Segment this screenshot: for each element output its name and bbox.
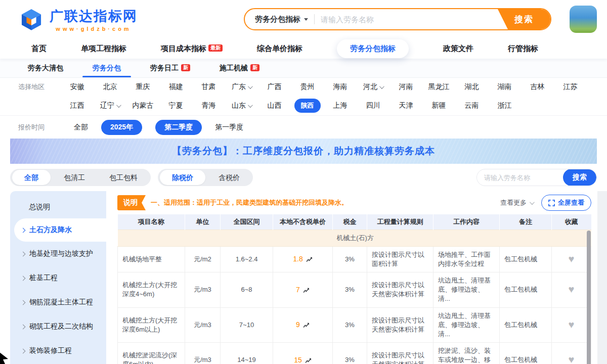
sidebar-item-earthwork-dewatering[interactable]: 土石方及降水	[14, 218, 106, 242]
nav-item-policy-files[interactable]: 政策文件	[443, 44, 473, 54]
price-value: 1.8	[293, 255, 302, 263]
region-beijing[interactable]: 北京	[94, 82, 126, 92]
nav-item-label: 项目成本指标	[161, 44, 206, 54]
fullscreen-button[interactable]: 全屏查看	[541, 195, 591, 211]
nav-item-single-project-index[interactable]: 单项工程指标	[81, 44, 126, 54]
heart-icon[interactable]: ♥	[569, 354, 575, 364]
region-ningxia[interactable]: 宁夏	[159, 101, 192, 110]
tab-labor-big-package[interactable]: 劳务大清包	[28, 59, 63, 77]
table-search-input[interactable]	[477, 174, 563, 181]
region-henan[interactable]: 河南	[389, 82, 422, 92]
tab-construction-machinery[interactable]: 施工机械 新	[220, 59, 259, 77]
table-row: 机械挖土方(大开挖深度6m以上) 元/m3 7~10 9 3% 按设计图示尺寸以…	[118, 307, 591, 343]
scope-filter-group: 全部 包清工 包工包料	[10, 169, 151, 186]
region-tianjin[interactable]: 天津	[389, 101, 422, 110]
region-jilin[interactable]: 吉林	[521, 82, 554, 92]
search-category-dropdown[interactable]: 劳务分包指标	[245, 15, 314, 24]
region-guangdong[interactable]: 广东	[225, 82, 258, 92]
favorite-cell[interactable]: ♥	[552, 272, 591, 308]
region-guangxi[interactable]: 广西	[258, 82, 291, 92]
cell-local-price[interactable]: 7	[273, 272, 333, 308]
filter-excl-tax[interactable]: 除税价	[160, 170, 205, 185]
cell-local-price[interactable]: 15	[273, 343, 333, 364]
region-gansu[interactable]: 甘肃	[192, 82, 225, 92]
sidebar-item-decoration[interactable]: 装饰装修工程	[10, 339, 106, 363]
sidebar-item-reinforced-concrete[interactable]: 钢筋混凝土主体工程	[10, 290, 106, 314]
time-q1[interactable]: 第一季度	[215, 123, 243, 132]
sidebar-item-masonry-secondary[interactable]: 砌筑工程及二次结构	[10, 314, 106, 339]
region-xinjiang[interactable]: 新疆	[422, 101, 455, 110]
region-jiangxi[interactable]: 江西	[61, 101, 94, 110]
header-search-input[interactable]	[315, 15, 498, 24]
region-shanxi[interactable]: 山西	[258, 101, 291, 110]
nav-item-project-cost-index[interactable]: 项目成本指标 最新	[161, 44, 223, 54]
region-name: 河北	[363, 82, 377, 92]
region-zhejiang[interactable]: 浙江	[488, 101, 521, 110]
favorite-cell[interactable]: ♥	[552, 307, 591, 343]
new-badge: 新	[250, 64, 259, 71]
region-hunan[interactable]: 湖南	[488, 82, 521, 92]
cell-remark: 包工包机械	[500, 246, 552, 272]
region-hebei[interactable]: 河北	[357, 82, 389, 92]
view-more-link[interactable]: 查看更多	[500, 198, 533, 207]
region-jiangsu[interactable]: 江苏	[554, 82, 587, 92]
nav-item-industry-index[interactable]: 行管指标	[508, 44, 538, 54]
region-guizhou[interactable]: 贵州	[291, 82, 324, 92]
favorite-cell[interactable]: ♥	[552, 246, 591, 272]
time-all[interactable]: 全部	[74, 123, 88, 132]
filter-incl-tax[interactable]: 含税价	[206, 170, 252, 185]
region-chongqing[interactable]: 重庆	[126, 82, 159, 92]
region-hainan[interactable]: 海南	[324, 82, 357, 92]
heart-icon[interactable]: ♥	[569, 253, 575, 264]
region-heilongjiang[interactable]: 黑龙江	[422, 82, 455, 92]
region-shanghai[interactable]: 上海	[324, 101, 357, 110]
region-neimenggu[interactable]: 内蒙古	[126, 101, 159, 110]
region-hubei[interactable]: 湖北	[455, 82, 488, 92]
filter-labor-only[interactable]: 包清工	[52, 170, 97, 185]
nav-item-composite-price-index[interactable]: 综合单价指标	[257, 44, 302, 54]
nav-item-home[interactable]: 首页	[31, 44, 47, 54]
sidebar-item-general-notes[interactable]: 总说明	[10, 196, 106, 218]
main-nav: 首页 单项工程指标 项目成本指标 最新 综合单价指标 劳务分包指标 政策文件 行…	[0, 38, 607, 59]
filter-all[interactable]: 全部	[12, 170, 51, 185]
cell-unit: 元/m3	[185, 343, 221, 364]
region-liaoning[interactable]: 辽宁	[94, 101, 126, 110]
new-badge: 新	[181, 64, 190, 71]
cell-tax: 3%	[333, 307, 367, 343]
time-q2-selected[interactable]: 第二季度	[155, 120, 202, 135]
tab-labor-daily[interactable]: 劳务日工 新	[150, 59, 190, 77]
region-yunnan[interactable]: 云南	[455, 101, 488, 110]
expand-icon	[548, 200, 555, 206]
region-qinghai[interactable]: 青海	[192, 101, 225, 110]
favorite-cell[interactable]: ♥	[552, 343, 591, 364]
col-national-range: 全国区间	[221, 214, 273, 230]
region-fujian[interactable]: 福建	[159, 82, 192, 92]
region-sichuan[interactable]: 四川	[357, 101, 389, 110]
region-shaanxi-selected[interactable]: 陕西	[291, 99, 324, 113]
heart-icon[interactable]: ♥	[569, 284, 575, 295]
filter-labor-and-material[interactable]: 包工包料	[97, 170, 150, 185]
tab-labor-subcontract[interactable]: 劳务分包	[93, 59, 121, 77]
region-anhui[interactable]: 安徽	[61, 82, 94, 92]
cell-local-price[interactable]: 1.8	[273, 246, 333, 272]
header-search-bar: 劳务分包指标 搜索	[244, 8, 551, 30]
price-value: 7	[296, 286, 300, 294]
cell-content: 场地推平、工作面内排水等全过程	[433, 246, 500, 272]
sidebar-item-foundation-slope[interactable]: 地基处理与边坡支护	[10, 242, 106, 266]
time-2025-selected[interactable]: 2025年	[101, 120, 142, 135]
nav-item-labor-subcontract-index[interactable]: 劳务分包指标	[337, 39, 409, 58]
table-search-button[interactable]: 搜索	[563, 169, 596, 186]
heart-icon[interactable]: ♥	[569, 319, 575, 330]
cell-local-price[interactable]: 9	[273, 307, 333, 343]
site-logo[interactable]: 广联达指标网 www·gldzb·com	[18, 6, 138, 32]
table-scrollbar-thumb[interactable]	[587, 231, 591, 364]
header-search-button[interactable]: 搜索	[498, 9, 550, 29]
sidebar-item-pile-foundation[interactable]: 桩基工程	[10, 266, 106, 290]
col-favorite: 收藏	[552, 214, 591, 230]
user-avatar[interactable]	[570, 6, 597, 33]
table-row: 机械挖土方(大开挖深度4~6m) 元/m3 6~8 7 3% 按设计图示尺寸以天…	[118, 272, 591, 308]
price-value: 15	[294, 356, 302, 364]
sidebar-item-label: 桩基工程	[29, 274, 58, 283]
chevron-right-icon	[21, 251, 26, 256]
region-shandong[interactable]: 山东	[225, 101, 258, 110]
